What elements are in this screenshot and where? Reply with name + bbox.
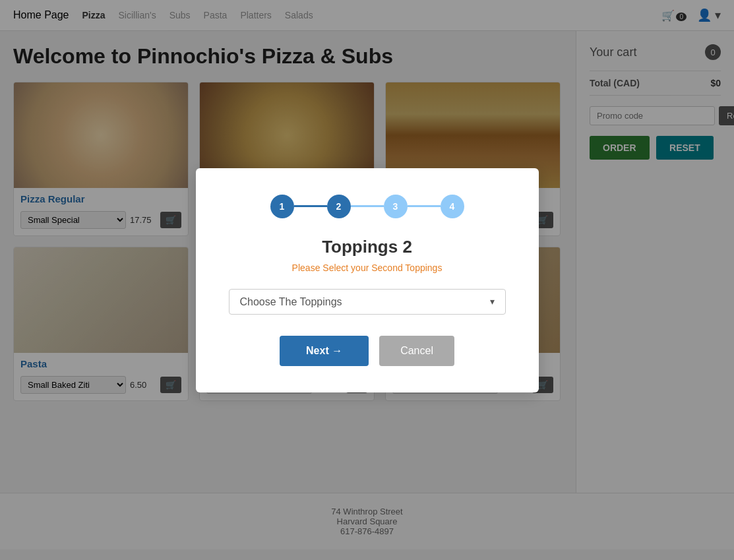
chevron-down-icon: ▾: [490, 296, 495, 307]
step-1: 1: [270, 195, 294, 218]
step-line-2-3: [351, 205, 384, 207]
step-line-3-4: [408, 205, 441, 207]
modal-stepper: 1 2 3 4: [229, 195, 506, 218]
modal-subtitle: Please Select your Second Toppings: [229, 263, 506, 273]
modal-title: Toppings 2: [229, 237, 506, 257]
modal-overlay: 1 2 3 4 Toppings 2 Please Select your Se…: [0, 0, 734, 560]
modal-buttons: Next → Cancel: [229, 336, 506, 366]
cancel-button[interactable]: Cancel: [379, 336, 454, 366]
topping-select[interactable]: Choose The Toppings Mushrooms Pepperoni …: [240, 296, 490, 307]
modal-dialog: 1 2 3 4 Toppings 2 Please Select your Se…: [196, 168, 539, 392]
step-3: 3: [384, 195, 408, 218]
step-line-1-2: [294, 205, 327, 207]
next-button[interactable]: Next →: [280, 336, 369, 366]
step-2: 2: [327, 195, 351, 218]
topping-select-wrapper[interactable]: Choose The Toppings Mushrooms Pepperoni …: [229, 289, 506, 315]
step-4: 4: [441, 195, 464, 218]
